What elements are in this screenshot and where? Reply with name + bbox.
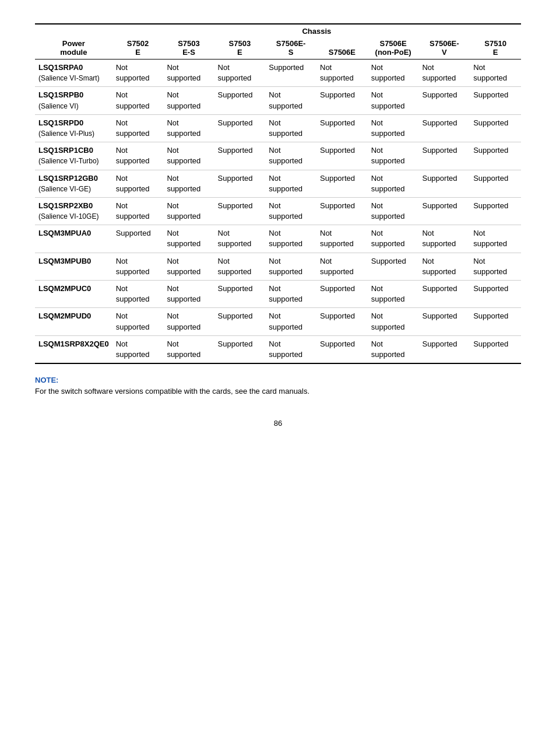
module-name: LSQ1SRPD0 bbox=[38, 118, 83, 127]
col-s7506e: S7506E bbox=[316, 37, 368, 60]
cell-s7502e: Not supported bbox=[112, 281, 164, 308]
table-row: LSQ1SRP1CB0(Salience VI-Turbo)Not suppor… bbox=[35, 142, 521, 170]
cell-s7503e: Supported bbox=[214, 142, 266, 170]
power-module-name-cell: LSQ1SRP1CB0(Salience VI-Turbo) bbox=[35, 142, 112, 170]
cell-s7506ev: Supported bbox=[418, 170, 470, 197]
cell-s7506es: Not supported bbox=[265, 142, 316, 170]
cell-s7503es: Not supported bbox=[163, 142, 214, 170]
cell-s7502e: Not supported bbox=[112, 87, 164, 114]
cell-s7503e: Supported bbox=[214, 281, 266, 308]
cell-s7506es: Not supported bbox=[265, 335, 316, 363]
module-name: LSQM2MPUD0 bbox=[38, 312, 91, 320]
power-module-name-cell: LSQM3MPUA0 bbox=[35, 225, 112, 253]
cell-s7503es: Not supported bbox=[163, 281, 214, 308]
cell-s7510e: Supported bbox=[470, 87, 521, 114]
col-s7506es: S7506E-S bbox=[265, 37, 316, 60]
table-row: LSQM3MPUA0SupportedNot supportedNot supp… bbox=[35, 225, 521, 253]
cell-s7502e: Not supported bbox=[112, 253, 164, 280]
chassis-header: Chassis bbox=[112, 24, 521, 37]
cell-s7506e_nonpoe: Not supported bbox=[368, 114, 419, 142]
cell-s7506e_nonpoe: Not supported bbox=[368, 60, 419, 87]
power-module-name-cell: LSQ1SRPA0(Salience VI-Smart) bbox=[35, 60, 112, 87]
note-section: NOTE: For the switch software versions c… bbox=[35, 376, 521, 396]
power-module-name-cell: LSQ1SRPD0(Salience VI-Plus) bbox=[35, 114, 112, 142]
power-module-name-cell: LSQM2MPUC0 bbox=[35, 281, 112, 308]
cell-s7503es: Not supported bbox=[163, 335, 214, 363]
cell-s7503es: Not supported bbox=[163, 225, 214, 253]
cell-s7506e_nonpoe: Not supported bbox=[368, 308, 419, 335]
cell-s7506e: Not supported bbox=[316, 60, 368, 87]
col-s7502e: S7502E bbox=[112, 37, 164, 60]
table-row: LSQ1SRPB0(Salience VI)Not supportedNot s… bbox=[35, 87, 521, 114]
cell-s7506es: Not supported bbox=[265, 114, 316, 142]
cell-s7503e: Supported bbox=[214, 197, 266, 225]
module-name: LSQM3MPUB0 bbox=[38, 257, 91, 265]
table-row: LSQM1SRP8X2QE0Not supportedNot supported… bbox=[35, 335, 521, 363]
cell-s7506e_nonpoe: Not supported bbox=[368, 197, 419, 225]
module-name: LSQM2MPUC0 bbox=[38, 284, 91, 293]
cell-s7502e: Not supported bbox=[112, 114, 164, 142]
module-name: LSQ1SRPA0 bbox=[38, 63, 83, 72]
cell-s7506ev: Supported bbox=[418, 142, 470, 170]
cell-s7502e: Not supported bbox=[112, 170, 164, 197]
cell-s7510e: Supported bbox=[470, 197, 521, 225]
cell-s7503es: Not supported bbox=[163, 87, 214, 114]
cell-s7506ev: Supported bbox=[418, 197, 470, 225]
col-s7503e: S7503E bbox=[214, 37, 266, 60]
cell-s7503es: Not supported bbox=[163, 60, 214, 87]
cell-s7506ev: Not supported bbox=[418, 225, 470, 253]
cell-s7503e: Supported bbox=[214, 170, 266, 197]
cell-s7503e: Not supported bbox=[214, 253, 266, 280]
module-alias: (Salience VI-Plus) bbox=[38, 130, 94, 138]
col-s7506e-nonpoe: S7506E(non-PoE) bbox=[368, 37, 419, 60]
cell-s7506ev: Supported bbox=[418, 114, 470, 142]
module-alias: (Salience VI-10GE) bbox=[38, 212, 98, 220]
module-name: LSQ1SRP12GB0 bbox=[38, 174, 98, 183]
cell-s7510e: Supported bbox=[470, 142, 521, 170]
cell-s7503e: Not supported bbox=[214, 225, 266, 253]
power-module-name-cell: LSQ1SRPB0(Salience VI) bbox=[35, 87, 112, 114]
cell-s7506es: Not supported bbox=[265, 225, 316, 253]
cell-s7502e: Not supported bbox=[112, 142, 164, 170]
cell-s7503es: Not supported bbox=[163, 114, 214, 142]
power-module-name-cell: LSQ1SRP2XB0(Salience VI-10GE) bbox=[35, 197, 112, 225]
col-s7503es: S7503E-S bbox=[163, 37, 214, 60]
cell-s7502e: Not supported bbox=[112, 308, 164, 335]
power-module-name-cell: LSQM1SRP8X2QE0 bbox=[35, 335, 112, 363]
cell-s7503es: Not supported bbox=[163, 308, 214, 335]
cell-s7506ev: Supported bbox=[418, 87, 470, 114]
cell-s7506ev: Supported bbox=[418, 335, 470, 363]
cell-s7510e: Supported bbox=[470, 335, 521, 363]
table-row: LSQ1SRPD0(Salience VI-Plus)Not supported… bbox=[35, 114, 521, 142]
cell-s7506e: Supported bbox=[316, 197, 368, 225]
cell-s7503e: Supported bbox=[214, 114, 266, 142]
cell-s7510e: Not supported bbox=[470, 225, 521, 253]
cell-s7506ev: Supported bbox=[418, 281, 470, 308]
cell-s7506e_nonpoe: Not supported bbox=[368, 225, 419, 253]
cell-s7506es: Supported bbox=[265, 60, 316, 87]
cell-s7506e_nonpoe: Not supported bbox=[368, 335, 419, 363]
table-row: LSQ1SRPA0(Salience VI-Smart)Not supporte… bbox=[35, 60, 521, 87]
cell-s7510e: Supported bbox=[470, 114, 521, 142]
cell-s7502e: Not supported bbox=[112, 335, 164, 363]
cell-s7503e: Supported bbox=[214, 87, 266, 114]
col-s7506ev: S7506E-V bbox=[418, 37, 470, 60]
module-name: LSQM3MPUA0 bbox=[38, 229, 91, 237]
cell-s7506e_nonpoe: Not supported bbox=[368, 281, 419, 308]
cell-s7506e: Supported bbox=[316, 142, 368, 170]
table-row: LSQ1SRP2XB0(Salience VI-10GE)Not support… bbox=[35, 197, 521, 225]
cell-s7502e: Supported bbox=[112, 225, 164, 253]
cell-s7502e: Not supported bbox=[112, 60, 164, 87]
cell-s7506e_nonpoe: Not supported bbox=[368, 87, 419, 114]
cell-s7502e: Not supported bbox=[112, 197, 164, 225]
cell-s7506es: Not supported bbox=[265, 253, 316, 280]
power-module-header-empty bbox=[35, 24, 112, 37]
table-row: LSQ1SRP12GB0(Salience VI-GE)Not supporte… bbox=[35, 170, 521, 197]
cell-s7506e_nonpoe: Not supported bbox=[368, 142, 419, 170]
cell-s7506ev: Not supported bbox=[418, 60, 470, 87]
cell-s7506e: Supported bbox=[316, 114, 368, 142]
table-row: LSQM2MPUC0Not supportedNot supportedSupp… bbox=[35, 281, 521, 308]
cell-s7506e: Not supported bbox=[316, 253, 368, 280]
cell-s7510e: Supported bbox=[470, 170, 521, 197]
module-alias: (Salience VI-Smart) bbox=[38, 74, 100, 82]
